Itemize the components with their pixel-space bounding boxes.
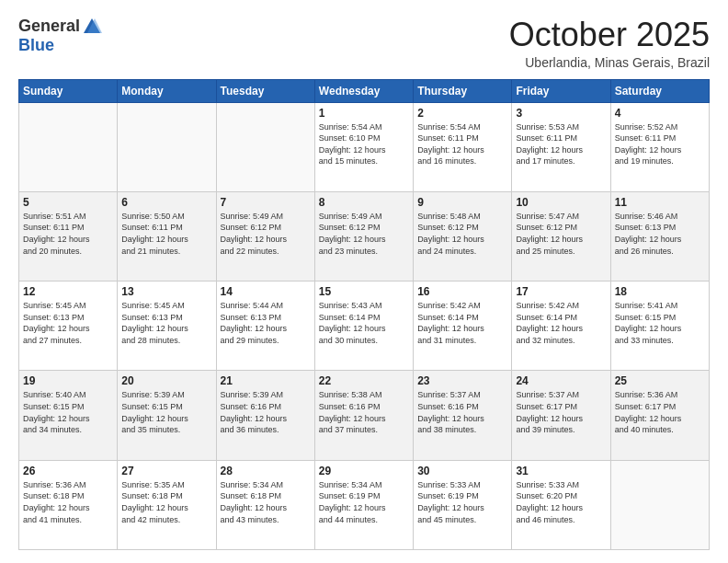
day-cell: 9Sunrise: 5:48 AM Sunset: 6:12 PM Daylig… bbox=[414, 191, 512, 281]
day-number: 3 bbox=[516, 107, 606, 120]
day-cell: 10Sunrise: 5:47 AM Sunset: 6:12 PM Dayli… bbox=[512, 191, 610, 281]
day-info: Sunrise: 5:37 AM Sunset: 6:16 PM Dayligh… bbox=[417, 389, 507, 435]
day-number: 20 bbox=[121, 374, 211, 387]
col-header-saturday: Saturday bbox=[610, 79, 709, 102]
day-cell: 31Sunrise: 5:33 AM Sunset: 6:20 PM Dayli… bbox=[512, 460, 610, 549]
day-info: Sunrise: 5:42 AM Sunset: 6:14 PM Dayligh… bbox=[417, 300, 507, 346]
day-info: Sunrise: 5:49 AM Sunset: 6:12 PM Dayligh… bbox=[221, 211, 311, 257]
week-row: 1Sunrise: 5:54 AM Sunset: 6:10 PM Daylig… bbox=[19, 102, 710, 191]
day-number: 31 bbox=[516, 465, 606, 477]
header: General Blue October 2025 Uberlandia, Mi… bbox=[18, 17, 710, 70]
day-number: 4 bbox=[615, 107, 705, 120]
day-cell: 29Sunrise: 5:34 AM Sunset: 6:19 PM Dayli… bbox=[314, 460, 413, 549]
week-row: 19Sunrise: 5:40 AM Sunset: 6:15 PM Dayli… bbox=[19, 371, 710, 460]
day-info: Sunrise: 5:39 AM Sunset: 6:16 PM Dayligh… bbox=[221, 389, 311, 435]
day-cell bbox=[610, 460, 709, 549]
day-info: Sunrise: 5:36 AM Sunset: 6:17 PM Dayligh… bbox=[615, 389, 705, 435]
day-cell: 4Sunrise: 5:52 AM Sunset: 6:11 PM Daylig… bbox=[610, 102, 709, 191]
day-info: Sunrise: 5:36 AM Sunset: 6:18 PM Dayligh… bbox=[23, 479, 113, 525]
day-cell: 25Sunrise: 5:36 AM Sunset: 6:17 PM Dayli… bbox=[610, 371, 709, 460]
day-cell: 21Sunrise: 5:39 AM Sunset: 6:16 PM Dayli… bbox=[216, 371, 314, 460]
day-cell: 22Sunrise: 5:38 AM Sunset: 6:16 PM Dayli… bbox=[314, 371, 413, 460]
day-number: 27 bbox=[121, 465, 211, 477]
day-number: 10 bbox=[516, 196, 606, 209]
day-info: Sunrise: 5:48 AM Sunset: 6:12 PM Dayligh… bbox=[417, 211, 507, 257]
day-number: 24 bbox=[516, 374, 606, 387]
day-number: 6 bbox=[121, 196, 211, 209]
day-number: 15 bbox=[319, 285, 409, 298]
day-info: Sunrise: 5:38 AM Sunset: 6:16 PM Dayligh… bbox=[319, 389, 409, 435]
day-number: 5 bbox=[23, 196, 113, 209]
week-row: 12Sunrise: 5:45 AM Sunset: 6:13 PM Dayli… bbox=[19, 282, 710, 371]
day-cell: 12Sunrise: 5:45 AM Sunset: 6:13 PM Dayli… bbox=[19, 282, 118, 371]
week-row: 26Sunrise: 5:36 AM Sunset: 6:18 PM Dayli… bbox=[19, 460, 710, 549]
day-cell: 13Sunrise: 5:45 AM Sunset: 6:13 PM Dayli… bbox=[118, 282, 216, 371]
day-cell bbox=[216, 102, 314, 191]
day-cell: 17Sunrise: 5:42 AM Sunset: 6:14 PM Dayli… bbox=[512, 282, 610, 371]
col-header-friday: Friday bbox=[512, 79, 610, 102]
day-number: 1 bbox=[319, 107, 409, 120]
day-cell: 11Sunrise: 5:46 AM Sunset: 6:13 PM Dayli… bbox=[610, 191, 709, 281]
month-title: October 2025 bbox=[509, 17, 710, 53]
logo-blue: Blue bbox=[18, 37, 102, 55]
day-cell: 8Sunrise: 5:49 AM Sunset: 6:12 PM Daylig… bbox=[314, 191, 413, 281]
day-info: Sunrise: 5:53 AM Sunset: 6:11 PM Dayligh… bbox=[516, 121, 606, 167]
day-info: Sunrise: 5:54 AM Sunset: 6:11 PM Dayligh… bbox=[417, 121, 507, 167]
day-info: Sunrise: 5:54 AM Sunset: 6:10 PM Dayligh… bbox=[319, 121, 409, 167]
day-number: 2 bbox=[417, 107, 507, 120]
location: Uberlandia, Minas Gerais, Brazil bbox=[509, 55, 710, 70]
day-cell: 26Sunrise: 5:36 AM Sunset: 6:18 PM Dayli… bbox=[19, 460, 118, 549]
day-number: 22 bbox=[319, 374, 409, 387]
day-cell: 23Sunrise: 5:37 AM Sunset: 6:16 PM Dayli… bbox=[414, 371, 512, 460]
day-info: Sunrise: 5:44 AM Sunset: 6:13 PM Dayligh… bbox=[221, 300, 311, 346]
day-info: Sunrise: 5:46 AM Sunset: 6:13 PM Dayligh… bbox=[615, 211, 705, 257]
day-info: Sunrise: 5:35 AM Sunset: 6:18 PM Dayligh… bbox=[121, 479, 211, 525]
day-number: 25 bbox=[615, 374, 705, 387]
day-number: 18 bbox=[615, 285, 705, 298]
day-cell: 7Sunrise: 5:49 AM Sunset: 6:12 PM Daylig… bbox=[216, 191, 314, 281]
day-info: Sunrise: 5:34 AM Sunset: 6:18 PM Dayligh… bbox=[221, 479, 311, 525]
day-cell: 19Sunrise: 5:40 AM Sunset: 6:15 PM Dayli… bbox=[19, 371, 118, 460]
day-number: 14 bbox=[221, 285, 311, 298]
col-header-sunday: Sunday bbox=[19, 79, 118, 102]
col-header-wednesday: Wednesday bbox=[314, 79, 413, 102]
title-block: October 2025 Uberlandia, Minas Gerais, B… bbox=[509, 17, 710, 70]
day-info: Sunrise: 5:50 AM Sunset: 6:11 PM Dayligh… bbox=[121, 211, 211, 257]
day-number: 28 bbox=[221, 465, 311, 477]
day-cell: 6Sunrise: 5:50 AM Sunset: 6:11 PM Daylig… bbox=[118, 191, 216, 281]
day-number: 13 bbox=[121, 285, 211, 298]
day-number: 12 bbox=[23, 285, 113, 298]
day-info: Sunrise: 5:47 AM Sunset: 6:12 PM Dayligh… bbox=[516, 211, 606, 257]
week-row: 5Sunrise: 5:51 AM Sunset: 6:11 PM Daylig… bbox=[19, 191, 710, 281]
day-number: 23 bbox=[417, 374, 507, 387]
day-number: 11 bbox=[615, 196, 705, 209]
day-info: Sunrise: 5:52 AM Sunset: 6:11 PM Dayligh… bbox=[615, 121, 705, 167]
day-number: 30 bbox=[417, 465, 507, 477]
day-info: Sunrise: 5:49 AM Sunset: 6:12 PM Dayligh… bbox=[319, 211, 409, 257]
logo: General Blue bbox=[18, 17, 102, 55]
day-info: Sunrise: 5:40 AM Sunset: 6:15 PM Dayligh… bbox=[23, 389, 113, 435]
page: General Blue October 2025 Uberlandia, Mi… bbox=[0, 0, 728, 563]
day-cell: 24Sunrise: 5:37 AM Sunset: 6:17 PM Dayli… bbox=[512, 371, 610, 460]
day-number: 8 bbox=[319, 196, 409, 209]
day-cell: 20Sunrise: 5:39 AM Sunset: 6:15 PM Dayli… bbox=[118, 371, 216, 460]
day-cell bbox=[118, 102, 216, 191]
day-info: Sunrise: 5:43 AM Sunset: 6:14 PM Dayligh… bbox=[319, 300, 409, 346]
day-info: Sunrise: 5:45 AM Sunset: 6:13 PM Dayligh… bbox=[23, 300, 113, 346]
day-cell: 2Sunrise: 5:54 AM Sunset: 6:11 PM Daylig… bbox=[414, 102, 512, 191]
calendar: SundayMondayTuesdayWednesdayThursdayFrid… bbox=[18, 79, 710, 550]
logo-general: General bbox=[18, 17, 80, 36]
col-header-thursday: Thursday bbox=[414, 79, 512, 102]
day-number: 21 bbox=[221, 374, 311, 387]
day-info: Sunrise: 5:39 AM Sunset: 6:15 PM Dayligh… bbox=[121, 389, 211, 435]
day-info: Sunrise: 5:33 AM Sunset: 6:19 PM Dayligh… bbox=[417, 479, 507, 525]
day-cell: 5Sunrise: 5:51 AM Sunset: 6:11 PM Daylig… bbox=[19, 191, 118, 281]
day-cell: 27Sunrise: 5:35 AM Sunset: 6:18 PM Dayli… bbox=[118, 460, 216, 549]
day-info: Sunrise: 5:37 AM Sunset: 6:17 PM Dayligh… bbox=[516, 389, 606, 435]
day-number: 17 bbox=[516, 285, 606, 298]
day-cell: 3Sunrise: 5:53 AM Sunset: 6:11 PM Daylig… bbox=[512, 102, 610, 191]
day-cell: 15Sunrise: 5:43 AM Sunset: 6:14 PM Dayli… bbox=[314, 282, 413, 371]
day-info: Sunrise: 5:33 AM Sunset: 6:20 PM Dayligh… bbox=[516, 479, 606, 525]
day-number: 29 bbox=[319, 465, 409, 477]
day-number: 16 bbox=[417, 285, 507, 298]
